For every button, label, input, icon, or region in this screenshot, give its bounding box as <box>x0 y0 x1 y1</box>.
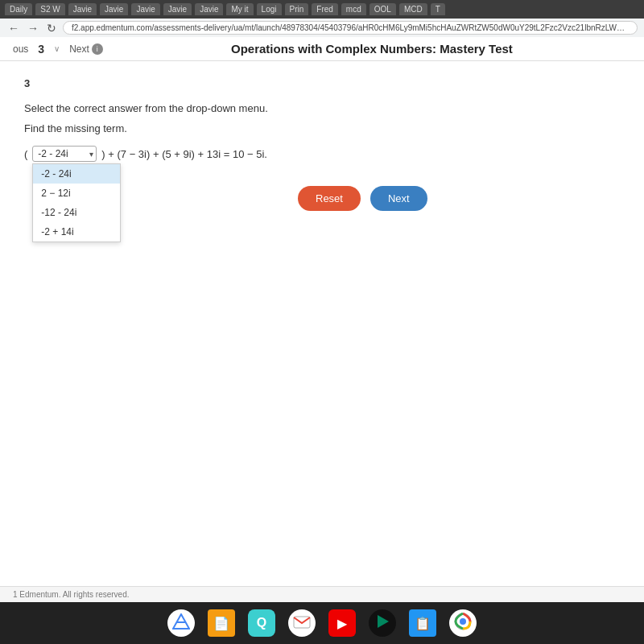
footer-text: 1 Edmentum. All rights reserved. <box>13 590 130 599</box>
next-button-header[interactable]: Next i <box>69 43 103 55</box>
next-button[interactable]: Next <box>370 186 427 211</box>
tab-javie2[interactable]: Javie <box>100 3 128 15</box>
tab-mcd2[interactable]: MCD <box>399 3 427 15</box>
google-docs-icon: 📄 <box>213 616 229 631</box>
sub-instruction-text: Find the missing term. <box>24 122 620 134</box>
dropdown-menu[interactable]: -2 - 24i 2 − 12i -12 - 24i -2 + 14i <box>32 163 121 242</box>
tab-logi[interactable]: Logi <box>257 3 282 15</box>
svg-point-5 <box>460 618 466 625</box>
tab-prin[interactable]: Prin <box>285 3 309 15</box>
instruction-text: Select the correct answer from the drop-… <box>24 102 620 114</box>
taskbar-quizlet[interactable]: Q <box>248 609 275 637</box>
forward-button[interactable]: → <box>26 22 40 35</box>
taskbar-notes[interactable]: 📋 <box>409 609 436 637</box>
taskbar-google-drive[interactable] <box>167 609 195 637</box>
question-number: 3 <box>24 77 620 89</box>
app-header: ous 3 ∨ Next i Operations with Complex N… <box>0 37 644 61</box>
dropdown-item-3[interactable]: -12 - 24i <box>33 203 120 222</box>
previous-button[interactable]: ous <box>13 43 28 55</box>
equation-suffix: ) + (7 − 3i) + (5 + 9i) + 13i = 10 − 5i. <box>101 148 267 160</box>
taskbar-play-store[interactable] <box>369 609 396 637</box>
tab-mcd[interactable]: mcd <box>341 3 366 15</box>
tab-javie4[interactable]: Javie <box>163 3 192 15</box>
tab-fred[interactable]: Fred <box>312 3 338 15</box>
dropdown-item-2[interactable]: 2 − 12i <box>33 184 120 203</box>
tab-javie5[interactable]: Javie <box>195 3 223 15</box>
tab-ool[interactable]: OOL <box>369 3 396 15</box>
notes-icon: 📋 <box>415 616 431 631</box>
svg-marker-3 <box>378 615 389 628</box>
browser-tabs: Daily S2 W Javie Javie Javie Javie Javie… <box>0 0 644 19</box>
taskbar-google-docs[interactable]: 📄 <box>208 609 235 637</box>
tab-daily[interactable]: Daily <box>5 3 32 15</box>
buttons-row: Reset Next <box>298 186 620 211</box>
equation-prefix: ( <box>24 148 27 160</box>
footer: 1 Edmentum. All rights reserved. <box>0 586 644 602</box>
dropdown-item-4[interactable]: -2 + 14i <box>33 222 120 242</box>
address-bar-row: ← → ↻ f2.app.edmentum.com/assessments-de… <box>0 19 644 37</box>
refresh-button[interactable]: ↻ <box>45 22 58 35</box>
taskbar-gmail[interactable] <box>288 609 316 637</box>
chrome-icon <box>454 613 472 634</box>
question-number-header: 3 <box>38 43 44 56</box>
tab-javie3[interactable]: Javie <box>131 3 159 15</box>
page-title: Operations with Complex Numbers: Mastery… <box>113 42 631 56</box>
google-drive-icon <box>172 613 190 633</box>
taskbar-chrome[interactable] <box>449 609 477 637</box>
dropdown-container[interactable]: -2 - 24i 2 − 12i -12 - 24i -2 + 14i ▾ -2… <box>32 146 97 162</box>
main-content: 3 Select the correct answer from the dro… <box>0 61 644 586</box>
quizlet-icon: Q <box>257 616 266 630</box>
answer-dropdown[interactable]: -2 - 24i 2 − 12i -12 - 24i -2 + 14i <box>32 146 97 162</box>
back-button[interactable]: ← <box>6 22 21 35</box>
equation-row: ( -2 - 24i 2 − 12i -12 - 24i -2 + 14i ▾ … <box>24 146 620 162</box>
tab-javie1[interactable]: Javie <box>68 3 97 15</box>
tab-s2w[interactable]: S2 W <box>35 3 64 15</box>
gmail-icon <box>293 616 311 631</box>
address-bar[interactable]: f2.app.edmentum.com/assessments-delivery… <box>63 21 638 35</box>
previous-label: ous <box>13 43 28 55</box>
play-store-icon <box>374 613 390 633</box>
tab-t[interactable]: T <box>431 3 445 15</box>
youtube-icon: ▶ <box>337 616 347 631</box>
tab-myit[interactable]: My it <box>226 3 253 15</box>
taskbar-youtube[interactable]: ▶ <box>328 609 356 637</box>
info-icon: i <box>92 43 103 55</box>
dropdown-item-1[interactable]: -2 - 24i <box>33 164 120 184</box>
reset-button[interactable]: Reset <box>298 186 361 211</box>
taskbar: 📄 Q ▶ 📋 <box>0 602 644 644</box>
